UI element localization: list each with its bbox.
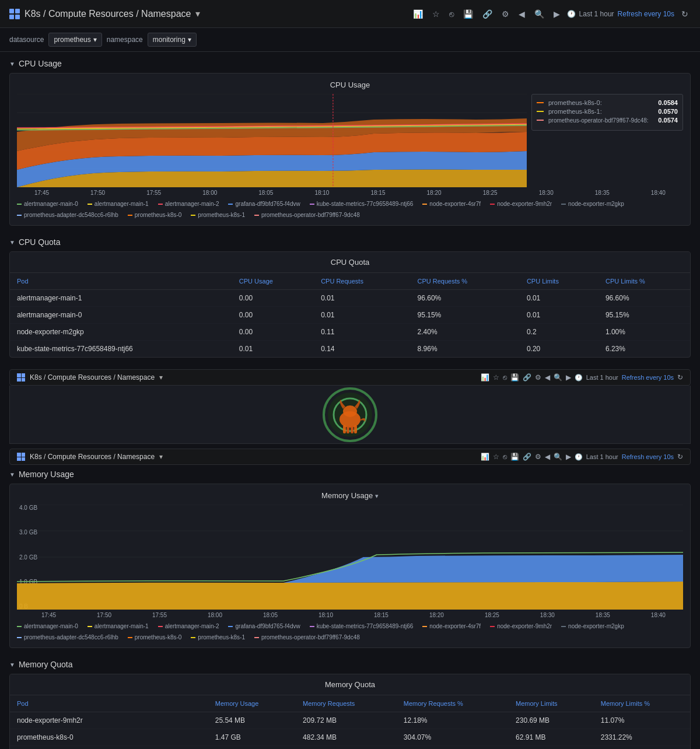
zoom-icon[interactable]: 🔍	[532, 7, 547, 21]
settings-icon[interactable]: ⚙	[499, 7, 512, 21]
overlay-refresh-1[interactable]: Refresh every 10s	[622, 374, 674, 381]
refresh-label[interactable]: Refresh every 10s	[618, 10, 674, 18]
cpu-usage-header[interactable]: ▼ CPU Usage	[9, 59, 691, 68]
memory-quota-header[interactable]: ▼ Memory Quota	[9, 660, 691, 669]
overlay-zoom-2[interactable]: 🔍	[554, 453, 562, 461]
cpu-limits-pct-val: 1.00%	[598, 324, 690, 341]
overlay-chart-icon-1[interactable]: 📊	[481, 373, 489, 382]
memory-chart-dropdown[interactable]: ▾	[375, 492, 379, 499]
cpu-usage-val: 0.00	[232, 307, 314, 324]
save-icon[interactable]: 💾	[461, 7, 475, 21]
overlay-settings-1[interactable]: ⚙	[535, 373, 541, 382]
overlay-link-2[interactable]: 🔗	[523, 453, 531, 461]
mem-dot-3	[158, 626, 163, 627]
overlay-clock-2: 🕐	[575, 453, 583, 461]
mem-col-pod[interactable]: Pod	[10, 695, 208, 712]
overlay-title-text-2: K8s / Compute Resources / Namespace	[30, 453, 155, 461]
cpu-quota-header[interactable]: ▼ CPU Quota	[9, 237, 691, 247]
overlay-dropdown-2[interactable]: ▾	[159, 453, 163, 461]
star-icon[interactable]: ☆	[430, 7, 442, 21]
legend-dot-6	[422, 204, 427, 205]
overlay-clock-1: 🕐	[575, 374, 583, 382]
legend-prom-k8s-1: prometheus-k8s-1	[191, 212, 245, 218]
col-cpu-requests[interactable]: CPU Requests	[314, 273, 410, 290]
dashboard-icon[interactable]: 📊	[411, 7, 425, 21]
pod-name: alertmanager-main-1	[10, 290, 232, 307]
overlay-link-1[interactable]: 🔗	[523, 373, 531, 382]
page-title: K8s / Compute Resources / Namespace	[24, 9, 191, 19]
mem-col-requests-pct[interactable]: Memory Requests %	[397, 695, 509, 712]
overlay-controls-2: 📊 ☆ ⎋ 💾 🔗 ⚙ ◀ 🔍 ▶ 🕐 Last 1 hour Refresh …	[481, 453, 683, 461]
cpu-quota-table-container: CPU Quota Pod CPU Usage CPU Requests CPU…	[9, 251, 691, 358]
legend-alertmanager-main-2: alertmanager-main-2	[158, 201, 219, 207]
table-row: kube-state-metrics-77c9658489-ntj66 0.01…	[10, 341, 690, 358]
memory-usage-title: Memory Usage	[19, 470, 74, 479]
mem-legend-5: kube-state-metrics-77c9658489-ntj66	[310, 623, 414, 629]
overlay-dropdown-1[interactable]: ▾	[159, 373, 163, 382]
share-icon[interactable]: ⎋	[447, 7, 456, 21]
cpu-usage-val: 0.00	[232, 290, 314, 307]
overlay-save-1[interactable]: 💾	[510, 373, 519, 382]
memory-quota-section: ▼ Memory Quota Memory Quota Pod Memory U…	[9, 660, 691, 749]
link-icon[interactable]: 🔗	[480, 7, 495, 21]
refresh-icon[interactable]: ↻	[679, 7, 691, 21]
title-dropdown-icon[interactable]: ▾	[195, 8, 200, 19]
memory-legend: alertmanager-main-0 alertmanager-main-1 …	[17, 623, 683, 640]
mem-usage-val: 1.46 GB	[208, 746, 296, 750]
overlay-refresh-icon-1[interactable]: ↻	[677, 373, 683, 382]
legend-node-exporter-m: node-exporter-m2gkp	[561, 201, 624, 207]
col-cpu-limits-pct[interactable]: CPU Limits %	[598, 273, 690, 290]
legend-dot-3	[158, 204, 163, 205]
legend-prom-adapter: prometheus-adapter-dc548cc6-r6lhb	[17, 212, 118, 218]
memory-quota-chevron: ▼	[9, 662, 15, 668]
next-icon[interactable]: ▶	[551, 7, 562, 21]
mem-legend-4: grafana-df9bfd765-f4dvw	[228, 623, 300, 629]
overlay-save-2[interactable]: 💾	[510, 453, 519, 461]
cpu-x-labels: 17:45 17:50 17:55 18:00 18:05 18:10 18:1…	[17, 190, 683, 196]
overlay-prev-2[interactable]: ◀	[545, 453, 550, 461]
col-cpu-usage[interactable]: CPU Usage	[232, 273, 314, 290]
header-left: K8s / Compute Resources / Namespace ▾	[9, 8, 200, 19]
memory-chart-area	[17, 505, 683, 610]
overlay-prev-1[interactable]: ◀	[545, 373, 550, 382]
overlay-next-2[interactable]: ▶	[566, 453, 571, 461]
overlay-zoom-1[interactable]: 🔍	[554, 373, 562, 382]
cpu-requests-pct-val: 2.40%	[411, 324, 520, 341]
mem-col-requests[interactable]: Memory Requests	[296, 695, 397, 712]
overlay-settings-2[interactable]: ⚙	[535, 453, 541, 461]
svg-rect-14	[346, 426, 349, 433]
cpu-legend: alertmanager-main-0 alertmanager-main-1 …	[17, 201, 683, 218]
prev-icon[interactable]: ◀	[516, 7, 527, 21]
overlay-controls-1: 📊 ☆ ⎋ 💾 🔗 ⚙ ◀ 🔍 ▶ 🕐 Last 1 hour Refresh …	[481, 373, 683, 382]
overlay-star-2[interactable]: ☆	[493, 453, 499, 461]
datasource-select[interactable]: prometheus ▾	[48, 33, 102, 47]
overlay-share-2[interactable]: ⎋	[503, 453, 507, 461]
legend-dot-9	[17, 215, 22, 216]
memory-usage-header[interactable]: ▼ Memory Usage	[9, 470, 691, 479]
legend-dot-10	[128, 215, 132, 216]
cpu-chart-title: CPU Usage	[17, 80, 683, 89]
overlay-refresh-icon-2[interactable]: ↻	[677, 453, 683, 461]
overlay-share-1[interactable]: ⎋	[503, 373, 507, 382]
overlay-star-1[interactable]: ☆	[493, 373, 499, 382]
overlay-refresh-2[interactable]: Refresh every 10s	[622, 453, 674, 460]
overlay-title-1: K8s / Compute Resources / Namespace ▾	[17, 373, 163, 382]
app-logo	[9, 9, 20, 19]
tooltip-row-2: prometheus-k8s-1: 0.0570	[537, 108, 678, 115]
col-cpu-limits[interactable]: CPU Limits	[520, 273, 598, 290]
namespace-select[interactable]: monitoring ▾	[148, 33, 197, 47]
time-range[interactable]: 🕐 Last 1 hour Refresh every 10s	[567, 10, 674, 18]
mem-col-limits-pct[interactable]: Memory Limits %	[594, 695, 690, 712]
mem-legend-2: alertmanager-main-1	[88, 623, 149, 629]
overlay-next-1[interactable]: ▶	[566, 373, 571, 382]
tooltip-value-3: 0.0574	[658, 117, 678, 124]
main-content: ▼ CPU Usage CPU Usage 0.25 0.20 0.15 0.1…	[0, 52, 700, 749]
overlay-time-1: Last 1 hour	[586, 374, 618, 381]
overlay-chart-icon-2[interactable]: 📊	[481, 453, 489, 461]
mem-col-usage[interactable]: Memory Usage	[208, 695, 296, 712]
table-row: node-exporter-9mh2r 25.54 MB 209.72 MB 1…	[10, 712, 690, 729]
mem-col-limits[interactable]: Memory Limits	[509, 695, 594, 712]
mem-limits-val: 62.91 MB	[509, 746, 594, 750]
col-pod[interactable]: Pod	[10, 273, 232, 290]
col-cpu-requests-pct[interactable]: CPU Requests %	[411, 273, 520, 290]
